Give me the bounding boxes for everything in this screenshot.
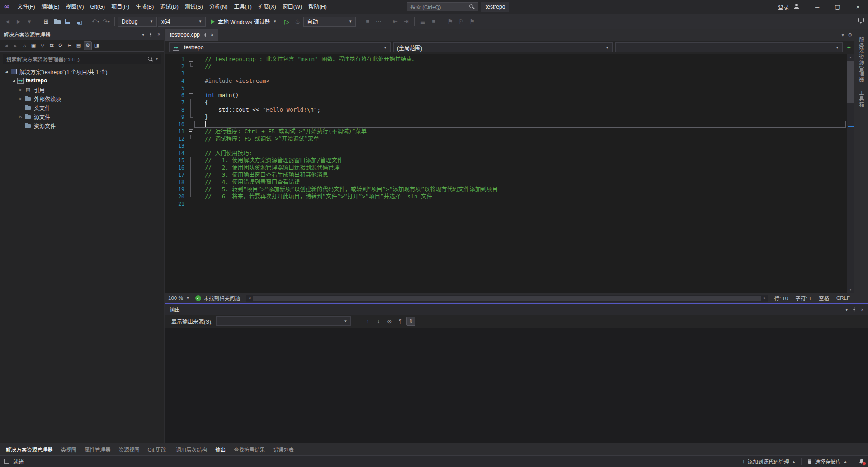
line-number[interactable]: 2: [165, 63, 187, 70]
scrollbar-thumb[interactable]: [253, 296, 761, 301]
back-icon[interactable]: ◄: [2, 41, 10, 50]
navigation-dropdown-icon[interactable]: ▾: [24, 16, 34, 27]
code-text[interactable]: int main(): [194, 92, 846, 99]
line-number[interactable]: 16: [165, 164, 187, 171]
display-parameter-info-icon[interactable]: ⋯: [373, 16, 383, 27]
navigate-backward-icon[interactable]: ◄: [3, 16, 13, 27]
line-number[interactable]: 21: [165, 200, 187, 208]
fold-collapse-icon[interactable]: [187, 56, 194, 63]
document-tab[interactable]: testrepo.cpp ×: [165, 29, 218, 41]
close-panel-icon[interactable]: ×: [861, 307, 864, 312]
code-text[interactable]: // 2. 使用团队资源管理器窗口连接到源代码管理: [194, 164, 846, 171]
code-text[interactable]: {: [194, 99, 846, 106]
line-ending-indicator[interactable]: CRLF: [836, 295, 850, 301]
close-panel-icon[interactable]: ×: [157, 32, 160, 37]
expander-icon[interactable]: ◢: [10, 79, 17, 83]
uncomment-selection-icon[interactable]: ≡: [429, 16, 439, 27]
scroll-right-icon[interactable]: ►: [763, 295, 767, 302]
increase-indent-icon[interactable]: ⇥: [401, 16, 411, 27]
menu-item[interactable]: 扩展(X): [255, 0, 279, 14]
refresh-icon[interactable]: ⟳: [57, 41, 65, 50]
line-number[interactable]: 13: [165, 142, 187, 150]
code-text[interactable]: // 6. 将来，若要再次打开此项目，请转到“文件”>“打开”>“项目”并选择 …: [194, 193, 846, 200]
line-number[interactable]: 3: [165, 70, 187, 77]
editor-vertical-scrollbar[interactable]: ▲ ▼: [847, 54, 854, 293]
clear-all-icon[interactable]: ⊗: [385, 317, 394, 326]
sync-with-active-document-icon[interactable]: ⇆: [47, 41, 56, 50]
menu-item[interactable]: Git(G): [87, 0, 108, 14]
quick-search-box[interactable]: 搜索 (Ctrl+Q): [407, 2, 478, 11]
window-position-icon[interactable]: ▾: [845, 307, 848, 312]
expander-icon[interactable]: ▷: [17, 97, 24, 101]
window-position-icon[interactable]: ▾: [142, 32, 144, 37]
collapse-all-icon[interactable]: ⊟: [66, 41, 74, 50]
previous-message-icon[interactable]: ↑: [363, 317, 372, 326]
menu-item[interactable]: 视图(V): [62, 0, 87, 14]
solution-platforms-dropdown[interactable]: x64▼: [158, 17, 206, 27]
preview-selected-items-icon[interactable]: ◨: [93, 41, 101, 50]
line-number[interactable]: 12: [165, 135, 187, 142]
pin-icon[interactable]: [852, 307, 857, 312]
auto-hide-tab[interactable]: 工具箱: [858, 90, 865, 108]
tree-item[interactable]: ◢解决方案"testrepo"(1 个项目/共 1 个): [0, 67, 164, 76]
toggle-auto-scroll-icon[interactable]: ⇩: [406, 317, 415, 326]
toggle-bookmark-icon[interactable]: ⚑: [445, 16, 455, 27]
maximize-button[interactable]: ▢: [827, 0, 848, 14]
previous-bookmark-icon[interactable]: ⚐: [456, 16, 466, 27]
auto-hide-tab[interactable]: 服务器资源管理器: [858, 37, 865, 82]
hot-reload-icon[interactable]: ♨: [292, 16, 302, 27]
save-all-icon[interactable]: [74, 16, 84, 27]
panel-tab[interactable]: 查找符号结果: [230, 446, 269, 453]
redo-icon[interactable]: ↷▾: [101, 16, 111, 27]
code-text[interactable]: [194, 85, 846, 92]
line-number[interactable]: 14: [165, 150, 187, 157]
open-file-icon[interactable]: [52, 16, 62, 27]
switch-views-icon[interactable]: ▣: [29, 41, 38, 50]
scroll-left-icon[interactable]: ◄: [248, 295, 251, 302]
line-number[interactable]: 9: [165, 113, 187, 121]
navigate-forward-icon[interactable]: ►: [14, 16, 24, 27]
menu-item[interactable]: 测试(S): [182, 0, 206, 14]
send-feedback-icon[interactable]: [858, 18, 864, 22]
line-number[interactable]: 19: [165, 186, 187, 193]
line-number[interactable]: 11: [165, 128, 187, 135]
start-without-debugging-icon[interactable]: ▷: [282, 16, 292, 27]
code-editor[interactable]: 1// testrepo.cpp : 此文件包含 "main" 函数。程序执行将…: [165, 54, 854, 293]
line-number[interactable]: 20: [165, 193, 187, 200]
code-text[interactable]: }: [194, 113, 846, 121]
menu-item[interactable]: 调试(D): [157, 0, 182, 14]
editor-horizontal-scrollbar[interactable]: ◄ ►: [246, 295, 768, 302]
code-text[interactable]: [194, 70, 846, 77]
line-number[interactable]: 15: [165, 157, 187, 164]
menu-item[interactable]: 窗口(W): [279, 0, 305, 14]
panel-tab[interactable]: 属性管理器: [80, 446, 115, 453]
line-number[interactable]: 6: [165, 92, 187, 99]
code-text[interactable]: // 调试程序: F5 或调试 >“开始调试”菜单: [194, 135, 846, 142]
display-member-list-icon[interactable]: ≡: [363, 16, 373, 27]
menu-item[interactable]: 生成(B): [132, 0, 157, 14]
menu-item[interactable]: 帮助(H): [305, 0, 330, 14]
fold-collapse-icon[interactable]: [187, 150, 194, 157]
search-options-chevron-icon[interactable]: ▾: [156, 57, 158, 61]
code-text[interactable]: [194, 200, 846, 208]
line-number[interactable]: 10: [165, 121, 187, 128]
panel-tab[interactable]: 解决方案资源管理器: [2, 446, 57, 453]
next-message-icon[interactable]: ↓: [374, 317, 383, 326]
add-to-source-control-button[interactable]: ↑ 添加到源代码管理 ▲: [742, 458, 796, 465]
line-number[interactable]: 7: [165, 99, 187, 106]
scroll-up-icon[interactable]: ▲: [847, 54, 854, 61]
code-text[interactable]: // 1. 使用解决方案资源管理器窗口添加/管理文件: [194, 157, 846, 164]
caret-line-indicator[interactable]: 行: 10: [774, 294, 788, 302]
tree-item[interactable]: ▷▤引用: [0, 85, 164, 94]
output-source-dropdown[interactable]: ▼: [216, 316, 351, 326]
expander-icon[interactable]: ▷: [17, 115, 24, 119]
tree-item[interactable]: 资源文件: [0, 121, 164, 130]
menu-item[interactable]: 项目(P): [108, 0, 132, 14]
decrease-indent-icon[interactable]: ⇤: [390, 16, 400, 27]
active-documents-icon[interactable]: ▾: [842, 32, 844, 38]
solution-explorer-search-box[interactable]: 搜索解决方案资源管理器(Ctrl+;) ▾: [3, 54, 161, 64]
menu-item[interactable]: 工具(T): [231, 0, 255, 14]
spaces-indicator[interactable]: 空格: [819, 294, 829, 302]
expander-icon[interactable]: ◢: [3, 70, 10, 74]
tree-item[interactable]: ▷外部依赖项: [0, 94, 164, 103]
